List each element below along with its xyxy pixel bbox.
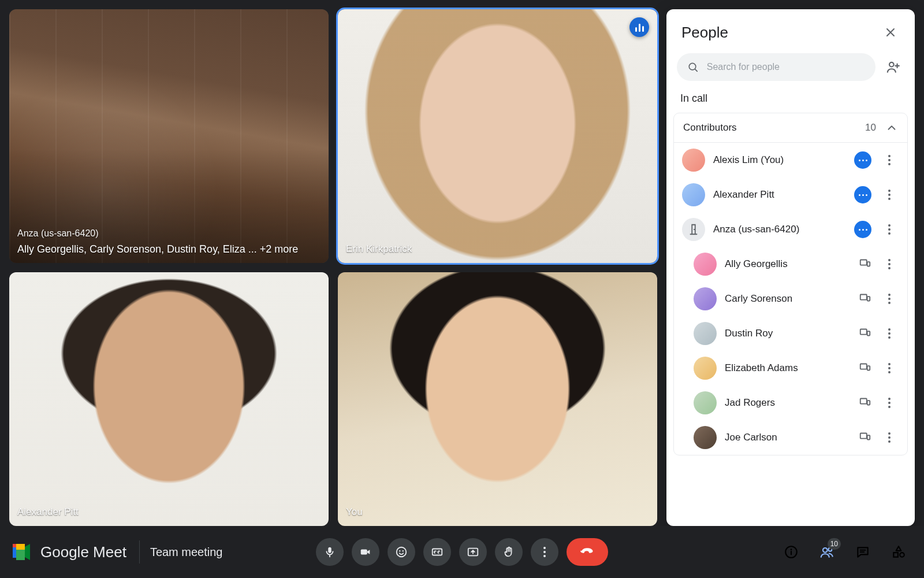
participant-count-badge: 10 [828,538,841,550]
host-options-badge[interactable] [854,221,871,238]
tile-caption: Alexander Pitt [17,506,79,519]
avatar [694,357,717,380]
avatar [682,149,705,172]
participant-row[interactable]: Alexander Pitt [674,177,907,212]
captions-icon [431,546,444,558]
product-name: Google Meet [40,543,126,561]
bottom-bar: Google Meet Team meeting 10 [0,526,924,578]
present-icon [467,546,479,558]
participant-name: Anza (us-san-6420) [713,224,846,235]
mic-icon [323,546,336,558]
avatar [694,322,717,345]
contributors-header[interactable]: Contributors 10 [674,113,907,143]
meeting-name: Team meeting [150,546,223,559]
avatar [682,183,705,206]
room-label: Anza (us-san-6420) [17,227,298,240]
more-options-button[interactable] [531,538,558,566]
meeting-details-button[interactable] [778,539,804,565]
tile-caption: Erin Kirkpatrick [346,243,412,256]
raise-hand-button[interactable] [495,538,523,566]
tile-caption: Anza (us-san-6420) Ally Georgellis, Carl… [17,227,298,256]
people-panel-header: People [666,9,915,50]
avatar [694,426,717,449]
search-input[interactable] [706,61,865,73]
participant-more-button[interactable] [880,289,899,309]
reactions-button[interactable] [388,538,415,566]
in-call-label: In call [666,89,915,110]
room-people-line: Ally Georgellis, Carly Sorenson, Dustin … [17,242,298,256]
close-icon [884,25,897,39]
participant-row[interactable]: Anza (us-san-6420) [674,212,907,247]
emoji-icon [395,546,408,558]
participant-row[interactable]: Jad Rogers [674,386,907,420]
right-tools: 10 [778,539,911,565]
participant-row[interactable]: Joe Carlson [674,420,907,455]
participant-name: Elizabeth Adams [725,362,851,374]
participant-row[interactable]: Elizabeth Adams [674,351,907,386]
tile-conference-room[interactable]: Anza (us-san-6420) Ally Georgellis, Carl… [9,9,329,263]
more-icon [888,328,891,339]
participant-more-button[interactable] [880,185,899,205]
erin-video-placeholder [338,9,657,263]
add-people-button[interactable] [881,55,904,79]
host-options-badge[interactable] [854,186,871,203]
participant-name: Carly Sorenson [725,293,851,305]
participant-name: Alexis Lim (You) [713,154,846,166]
more-icon [888,398,891,408]
devices-icon [859,257,871,272]
participant-more-button[interactable] [880,254,899,274]
contributors-count: 10 [865,122,876,134]
close-panel-button[interactable] [879,21,902,44]
search-icon [687,61,699,73]
avatar [694,287,717,310]
chevron-up-icon [885,121,898,134]
tile-alexander[interactable]: Alexander Pitt [9,272,329,526]
present-button[interactable] [459,538,487,566]
participant-more-button[interactable] [880,150,899,170]
phone-hangup-icon [579,544,595,560]
camera-toggle-button[interactable] [352,538,379,566]
activities-button[interactable] [886,539,911,565]
search-box[interactable] [677,53,875,81]
more-icon [888,155,891,165]
end-call-button[interactable] [567,538,608,566]
devices-icon [859,291,871,306]
more-icon [543,547,546,557]
devices-icon [859,326,871,341]
search-row [666,50,915,89]
participant-more-button[interactable] [880,428,899,447]
more-icon [888,190,891,200]
participant-more-button[interactable] [880,220,899,239]
tile-erin[interactable]: Erin Kirkpatrick [338,9,657,263]
meet-logo-icon [13,544,32,560]
devices-icon [859,430,871,445]
activities-icon [891,544,906,560]
participant-name: Alexander Pitt [713,189,846,201]
alex-video-placeholder [9,272,329,526]
more-icon [888,363,891,373]
mic-toggle-button[interactable] [316,538,344,566]
participant-more-button[interactable] [880,393,899,413]
participant-more-button[interactable] [880,358,899,378]
svg-rect-18 [16,544,25,550]
participant-row[interactable]: Ally Georgellis [674,247,907,281]
captions-button[interactable] [423,538,451,566]
svg-marker-20 [25,544,30,560]
participant-row[interactable]: Dustin Roy [674,316,907,351]
speaking-indicator-icon [629,17,649,37]
chat-button[interactable] [850,539,875,565]
call-controls [316,538,608,566]
participant-row[interactable]: Carly Sorenson [674,281,907,316]
tile-you[interactable]: You [338,272,657,526]
people-list[interactable]: Alexis Lim (You)Alexander PittAnza (us-s… [674,143,907,455]
stage: Anza (us-san-6420) Ally Georgellis, Carl… [9,9,915,526]
svg-rect-21 [13,544,16,547]
participant-more-button[interactable] [880,324,899,343]
room-video-placeholder [9,9,329,263]
people-panel-title: People [681,24,728,42]
you-video-placeholder [338,272,657,526]
people-button[interactable]: 10 [814,539,840,565]
room-avatar-icon [682,218,705,241]
participant-row[interactable]: Alexis Lim (You) [674,143,907,177]
host-options-badge[interactable] [854,151,871,169]
